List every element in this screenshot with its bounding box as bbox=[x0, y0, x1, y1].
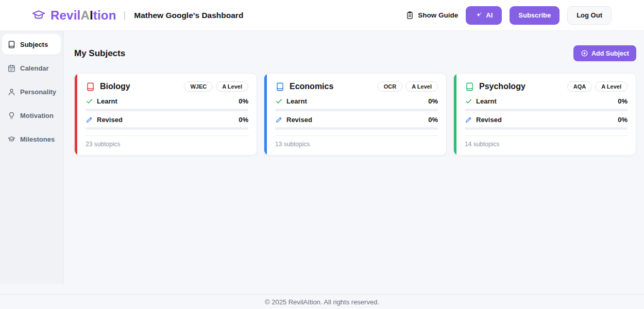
person-icon bbox=[7, 88, 16, 96]
ai-button-label: AI bbox=[486, 11, 493, 19]
learnt-progress-bar bbox=[275, 109, 438, 111]
subject-cards: Biology WJEC A Level Learnt 0% bbox=[74, 73, 636, 156]
header-divider: | bbox=[124, 10, 126, 21]
exam-board-badge: WJEC bbox=[184, 81, 213, 92]
revised-progress-bar bbox=[86, 127, 248, 130]
top-header: RevilAItion | Mathew Google's Dashboard … bbox=[0, 0, 644, 31]
subject-name: Biology bbox=[100, 82, 130, 91]
card-divider bbox=[86, 135, 248, 136]
sidebar-item-motivation[interactable]: Motivation bbox=[2, 105, 61, 126]
show-guide-label: Show Guide bbox=[418, 11, 458, 19]
pen-icon bbox=[86, 116, 93, 124]
logout-button[interactable]: Log Out bbox=[567, 6, 612, 25]
add-subject-button[interactable]: Add Subject bbox=[573, 45, 636, 61]
revised-label: Revised bbox=[97, 116, 123, 124]
page-footer: © 2025 RevilAItion. All rights reserved. bbox=[0, 294, 644, 309]
sidebar-item-calendar[interactable]: Calendar bbox=[2, 58, 61, 78]
subscribe-button[interactable]: Subscribe bbox=[510, 6, 560, 25]
page-title: My Subjects bbox=[74, 48, 125, 59]
check-icon bbox=[465, 97, 472, 105]
card-divider bbox=[465, 135, 628, 136]
revised-percentage: 0% bbox=[239, 116, 248, 124]
show-guide-button[interactable]: Show Guide bbox=[405, 11, 458, 20]
sidebar-item-label: Subjects bbox=[20, 41, 48, 48]
subtopics-count: 23 subtopics bbox=[86, 141, 248, 148]
sidebar-item-label: Calendar bbox=[20, 64, 49, 72]
learnt-label: Learnt bbox=[476, 97, 497, 105]
level-badge: A Level bbox=[405, 81, 438, 92]
learnt-progress-bar bbox=[465, 109, 628, 111]
sidebar-item-label: Milestones bbox=[20, 135, 55, 143]
revised-label: Revised bbox=[286, 116, 312, 124]
graduation-cap-icon bbox=[31, 8, 46, 23]
subject-name: Psychology bbox=[479, 82, 526, 91]
book-icon bbox=[7, 40, 16, 49]
main-panel: My Subjects Add Subject bbox=[64, 31, 644, 294]
subject-card-psychology[interactable]: Psychology AQA A Level Learnt 0% bbox=[453, 73, 636, 156]
revised-progress-bar bbox=[465, 127, 628, 130]
sidebar-nav: Subjects Calendar Personality bbox=[0, 31, 64, 284]
learnt-percentage: 0% bbox=[239, 97, 248, 105]
learnt-label: Learnt bbox=[97, 97, 117, 105]
subject-card-biology[interactable]: Biology WJEC A Level Learnt 0% bbox=[74, 73, 257, 156]
brand-name: RevilAItion bbox=[50, 8, 116, 23]
graduation-cap-icon bbox=[7, 135, 16, 144]
sidebar-item-personality[interactable]: Personality bbox=[2, 81, 61, 102]
calendar-icon bbox=[7, 64, 16, 73]
subject-name: Economics bbox=[290, 82, 333, 91]
learnt-percentage: 0% bbox=[428, 97, 438, 105]
subtopics-count: 14 subtopics bbox=[465, 141, 628, 148]
exam-board-badge: AQA bbox=[567, 81, 592, 92]
sidebar-item-label: Motivation bbox=[20, 112, 54, 119]
copyright-text: © 2025 RevilAItion. All rights reserved. bbox=[265, 298, 379, 306]
dashboard-title: Mathew Google's Dashboard bbox=[134, 11, 243, 20]
check-icon bbox=[275, 97, 283, 105]
book-icon bbox=[465, 82, 474, 92]
learnt-label: Learnt bbox=[286, 97, 307, 105]
level-badge: A Level bbox=[216, 81, 248, 92]
subtopics-count: 13 subtopics bbox=[275, 141, 438, 148]
add-subject-label: Add Subject bbox=[591, 50, 629, 57]
pen-icon bbox=[465, 116, 472, 124]
sidebar-item-milestones[interactable]: Milestones bbox=[2, 129, 61, 149]
subject-card-economics[interactable]: Economics OCR A Level Learnt 0% bbox=[264, 73, 447, 156]
sidebar-item-subjects[interactable]: Subjects bbox=[2, 34, 61, 55]
revised-percentage: 0% bbox=[428, 116, 438, 124]
level-badge: A Level bbox=[595, 81, 628, 92]
exam-board-badge: OCR bbox=[378, 81, 402, 92]
check-icon bbox=[86, 97, 93, 105]
lightbulb-icon bbox=[7, 111, 16, 120]
pen-icon bbox=[275, 116, 283, 124]
ai-button[interactable]: AI bbox=[466, 6, 502, 25]
learnt-percentage: 0% bbox=[618, 97, 628, 105]
plus-circle-icon bbox=[581, 49, 588, 57]
card-divider bbox=[275, 135, 438, 136]
clipboard-icon bbox=[405, 11, 414, 20]
sparkle-icon bbox=[475, 11, 483, 19]
revised-progress-bar bbox=[275, 127, 438, 130]
revised-percentage: 0% bbox=[618, 116, 628, 124]
header-actions: Show Guide AI Subscribe Log Out bbox=[405, 6, 612, 25]
content-area: Subjects Calendar Personality bbox=[0, 31, 644, 294]
sidebar-item-label: Personality bbox=[20, 88, 56, 96]
learnt-progress-bar bbox=[86, 109, 248, 111]
book-icon bbox=[275, 82, 285, 92]
brand-logo[interactable]: RevilAItion bbox=[31, 8, 116, 23]
revised-label: Revised bbox=[476, 116, 502, 124]
book-icon bbox=[86, 82, 95, 92]
